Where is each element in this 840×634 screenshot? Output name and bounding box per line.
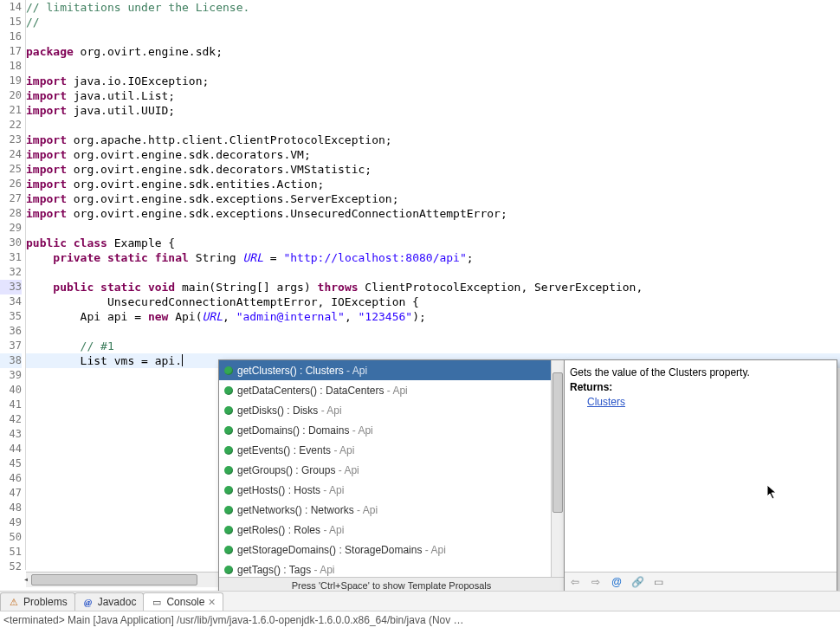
line-number: 52 — [0, 560, 22, 574]
popup-scroll-thumb[interactable] — [552, 372, 563, 513]
close-icon[interactable]: ✕ — [208, 597, 216, 608]
line-number: 45 — [0, 456, 22, 471]
code-line[interactable]: // limitations under the License. — [26, 0, 840, 15]
code-line[interactable] — [26, 324, 840, 339]
line-number: 32 — [0, 265, 22, 280]
method-public-icon — [222, 503, 236, 517]
content-assist-item[interactable]: getDataCenters() : DataCenters - Api — [219, 380, 552, 400]
line-number: 24 — [0, 147, 22, 162]
content-assist-signature: getStorageDomains() : StorageDomains - A… — [237, 544, 446, 556]
javadoc-description: Gets the value of the Clusters property. — [570, 366, 750, 378]
content-assist-item[interactable]: getClusters() : Clusters - Api — [219, 360, 552, 380]
open-declaration-icon[interactable]: ▭ — [651, 575, 665, 589]
code-line[interactable]: public static void main(String[] args) t… — [26, 280, 840, 294]
line-number: 51 — [0, 545, 22, 560]
code-line[interactable]: import org.ovirt.engine.sdk.exceptions.U… — [26, 206, 840, 221]
javadoc-hover-panel: Gets the value of the Clusters property.… — [564, 359, 837, 592]
line-number: 30 — [0, 236, 22, 250]
tab-problems-label: Problems — [23, 596, 68, 608]
content-assist-list[interactable]: getClusters() : Clusters - ApigetDataCen… — [219, 360, 552, 578]
line-number: 37 — [0, 339, 22, 353]
code-line[interactable]: import java.io.IOException; — [26, 74, 840, 88]
method-public-icon — [222, 404, 236, 417]
method-public-icon — [222, 483, 236, 497]
code-line[interactable]: import java.util.UUID; — [26, 103, 840, 118]
method-public-icon — [222, 384, 236, 398]
line-number: 19 — [0, 74, 22, 88]
code-line[interactable]: import org.ovirt.engine.sdk.exceptions.S… — [26, 191, 840, 206]
method-public-icon — [222, 424, 236, 437]
scroll-left-icon[interactable]: ◂ — [21, 574, 31, 585]
line-number: 36 — [0, 324, 22, 339]
code-line[interactable] — [26, 265, 840, 280]
content-assist-item[interactable]: getEvents() : Events - Api — [219, 440, 552, 460]
popup-vertical-scrollbar[interactable] — [551, 360, 564, 578]
code-line[interactable] — [26, 29, 840, 44]
line-number: 40 — [0, 383, 22, 398]
code-line[interactable]: import org.ovirt.engine.sdk.decorators.V… — [26, 147, 840, 162]
line-number: 16 — [0, 29, 22, 44]
code-line[interactable]: Api api = new Api(URL, "admin@internal",… — [26, 309, 840, 324]
line-number: 50 — [0, 530, 22, 545]
line-number: 29 — [0, 221, 22, 236]
line-number: 42 — [0, 412, 22, 427]
content-assist-popup[interactable]: getClusters() : Clusters - ApigetDataCen… — [218, 359, 565, 594]
line-number: 21 — [0, 103, 22, 118]
javadoc-returns-link[interactable]: Clusters — [587, 396, 625, 408]
code-line[interactable]: // — [26, 15, 840, 29]
content-assist-signature: getDisks() : Disks - Api — [237, 404, 342, 417]
scroll-thumb[interactable] — [31, 574, 197, 585]
line-number: 25 — [0, 162, 22, 177]
content-assist-item[interactable]: getNetworks() : Networks - Api — [219, 500, 552, 520]
line-number: 33 — [0, 280, 22, 294]
line-number: 41 — [0, 398, 22, 412]
code-line[interactable]: import org.ovirt.engine.sdk.entities.Act… — [26, 177, 840, 191]
bottom-view-tabs[interactable]: ⚠ Problems @ Javadoc ▭ Console ✕ — [0, 591, 840, 611]
method-public-icon — [222, 543, 236, 557]
show-in-javadoc-view-icon[interactable]: @ — [610, 575, 624, 589]
line-number: 35 — [0, 309, 22, 324]
content-assist-item[interactable]: getHosts() : Hosts - Api — [219, 480, 552, 500]
content-assist-signature: getEvents() : Events - Api — [237, 444, 354, 456]
code-line[interactable] — [26, 221, 840, 236]
line-number: 46 — [0, 471, 22, 486]
content-assist-item[interactable]: getRoles() : Roles - Api — [219, 520, 552, 540]
tab-problems[interactable]: ⚠ Problems — [0, 592, 75, 611]
line-number: 15 — [0, 15, 22, 29]
code-line[interactable]: import org.ovirt.engine.sdk.decorators.V… — [26, 162, 840, 177]
content-assist-item[interactable]: getTags() : Tags - Api — [219, 560, 552, 578]
content-assist-item[interactable]: getDisks() : Disks - Api — [219, 400, 552, 420]
line-number: 23 — [0, 133, 22, 147]
content-assist-signature: getGroups() : Groups - Api — [237, 464, 359, 476]
code-line[interactable]: public class Example { — [26, 236, 840, 250]
content-assist-item[interactable]: getGroups() : Groups - Api — [219, 460, 552, 480]
line-number: 48 — [0, 501, 22, 515]
code-line[interactable]: import java.util.List; — [26, 88, 840, 103]
open-attached-javadoc-icon[interactable]: 🔗 — [630, 575, 644, 589]
console-terminated-line: <terminated> Main [Java Application] /us… — [0, 611, 840, 634]
content-assist-signature: getClusters() : Clusters - Api — [237, 365, 367, 377]
code-line[interactable] — [26, 118, 840, 133]
tab-javadoc[interactable]: @ Javadoc — [74, 592, 145, 611]
code-line[interactable] — [26, 59, 840, 74]
code-line[interactable]: // #1 — [26, 339, 840, 353]
javadoc-icon: @ — [82, 596, 94, 608]
content-assist-item[interactable]: getStorageDomains() : StorageDomains - A… — [219, 540, 552, 560]
code-line[interactable]: UnsecuredConnectionAttemptError, IOExcep… — [26, 294, 840, 309]
code-line[interactable]: package org.ovirt.engine.sdk; — [26, 44, 840, 59]
javadoc-body: Gets the value of the Clusters property.… — [565, 360, 837, 573]
code-line[interactable]: import org.apache.http.client.ClientProt… — [26, 133, 840, 147]
content-assist-signature: getDataCenters() : DataCenters - Api — [237, 385, 408, 397]
method-public-icon — [222, 443, 236, 457]
code-line[interactable]: private static final String URL = "http:… — [26, 250, 840, 265]
back-icon[interactable]: ⇦ — [568, 575, 582, 589]
line-number-gutter: 1415161718192021222324252627282930313233… — [0, 0, 26, 570]
line-number: 27 — [0, 191, 22, 206]
forward-icon[interactable]: ⇨ — [589, 575, 603, 589]
content-assist-item[interactable]: getDomains() : Domains - Api — [219, 420, 552, 440]
method-public-icon — [222, 463, 236, 477]
tab-console[interactable]: ▭ Console ✕ — [143, 592, 223, 611]
line-number: 20 — [0, 88, 22, 103]
console-icon: ▭ — [151, 596, 163, 608]
javadoc-toolbar: ⇦ ⇨ @ 🔗 ▭ — [565, 572, 837, 592]
